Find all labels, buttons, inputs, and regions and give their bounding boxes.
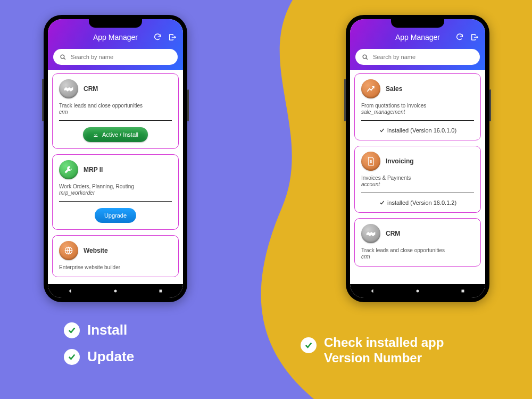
nav-home-icon[interactable] (414, 288, 421, 294)
app-card-crm: CRM Track leads and close opportunities … (52, 73, 179, 149)
caption-update: Update (64, 348, 134, 365)
divider (59, 120, 172, 121)
nav-back-icon[interactable] (67, 288, 73, 294)
search-input[interactable] (71, 54, 171, 60)
install-button[interactable]: Active / Install (83, 127, 148, 142)
app-name: Website (84, 247, 108, 254)
svg-point-7 (416, 290, 419, 293)
app-list: CRM Track leads and close opportunities … (48, 70, 183, 284)
install-status: installed (Version 16.0.1.2) (361, 200, 474, 206)
app-name: MRP II (84, 166, 103, 173)
check-badge (64, 322, 80, 338)
android-navbar (350, 284, 485, 298)
app-desc: Work Orders, Planning, Routing (59, 184, 172, 189)
nav-home-icon[interactable] (112, 288, 119, 294)
nav-recent-icon[interactable] (157, 288, 164, 294)
install-status-text: installed (Version 16.0.1.0) (387, 127, 456, 134)
app-name: CRM (84, 85, 98, 93)
handshake-icon (59, 79, 78, 98)
logout-icon[interactable] (168, 33, 177, 41)
handshake-icon (361, 224, 380, 243)
app-desc: Invoices & Payments (361, 175, 474, 181)
app-name: Sales (386, 85, 402, 93)
search-icon (60, 54, 66, 61)
search-icon (362, 54, 369, 61)
install-status: installed (Version 16.0.1.0) (361, 127, 474, 134)
refresh-icon[interactable] (455, 33, 464, 41)
refresh-icon[interactable] (153, 33, 162, 41)
app-tech-name: mrp_workorder (59, 190, 172, 196)
invoice-icon: $ (361, 152, 380, 171)
app-card-sales: Sales From quotations to invoices sale_m… (354, 73, 481, 140)
app-name: Invoicing (386, 157, 414, 165)
caption-text: Update (87, 348, 134, 365)
app-tech-name: account (361, 181, 474, 187)
caption-text-line2: Version Number (324, 351, 444, 366)
svg-rect-4 (159, 290, 162, 293)
app-title: App Manager (93, 33, 138, 41)
app-title: App Manager (395, 33, 440, 41)
caption-version: Check installed app Version Number (301, 335, 444, 366)
app-card-invoicing: $ Invoicing Invoices & Payments account … (354, 146, 481, 213)
nav-recent-icon[interactable] (460, 288, 466, 294)
upgrade-button-label: Upgrade (104, 212, 127, 219)
search-bar[interactable] (53, 49, 178, 65)
upgrade-button[interactable]: Upgrade (95, 208, 136, 223)
search-bar[interactable] (355, 49, 480, 65)
install-status-text: installed (Version 16.0.1.2) (387, 200, 456, 206)
download-icon (93, 131, 99, 138)
phone-notch (89, 19, 142, 28)
app-tech-name: sale_management (361, 109, 474, 115)
caption-install: Install (64, 322, 127, 338)
svg-rect-8 (461, 290, 464, 293)
install-button-label: Active / Install (102, 131, 138, 138)
caption-text-line1: Check installed app (324, 335, 444, 351)
svg-rect-1 (94, 136, 98, 137)
caption-text: Install (87, 322, 127, 338)
divider (361, 120, 474, 121)
svg-point-5 (363, 55, 367, 59)
logout-icon[interactable] (470, 33, 479, 41)
wrench-icon (59, 160, 78, 179)
globe-icon (59, 241, 78, 260)
app-desc: Track leads and close opportunities (59, 103, 172, 109)
app-desc: Enterprise website builder (59, 264, 172, 270)
search-input[interactable] (373, 54, 473, 60)
phone-notch (391, 19, 444, 28)
svg-text:$: $ (370, 159, 372, 164)
check-icon (379, 200, 385, 206)
check-icon (379, 127, 385, 134)
check-badge (301, 337, 317, 353)
app-name: CRM (386, 230, 400, 237)
app-card-mrp: MRP II Work Orders, Planning, Routing mr… (52, 154, 179, 230)
svg-point-3 (114, 290, 117, 293)
app-desc: From quotations to invoices (361, 103, 474, 109)
app-tech-name: crm (361, 254, 474, 260)
divider (59, 201, 172, 202)
svg-point-0 (61, 55, 64, 59)
nav-back-icon[interactable] (369, 288, 376, 294)
app-desc: Track leads and close opportunities (361, 247, 474, 253)
app-list: Sales From quotations to invoices sale_m… (350, 70, 485, 284)
app-card-crm: CRM Track leads and close opportunities … (354, 218, 481, 267)
android-navbar (48, 284, 183, 298)
phone-right: App Manager (346, 15, 489, 302)
divider (361, 193, 474, 193)
app-card-website: Website Enterprise website builder (52, 235, 179, 277)
app-tech-name: crm (59, 109, 172, 115)
check-badge (64, 349, 80, 365)
phone-left: App Manager (44, 15, 187, 302)
chart-icon (361, 79, 380, 98)
